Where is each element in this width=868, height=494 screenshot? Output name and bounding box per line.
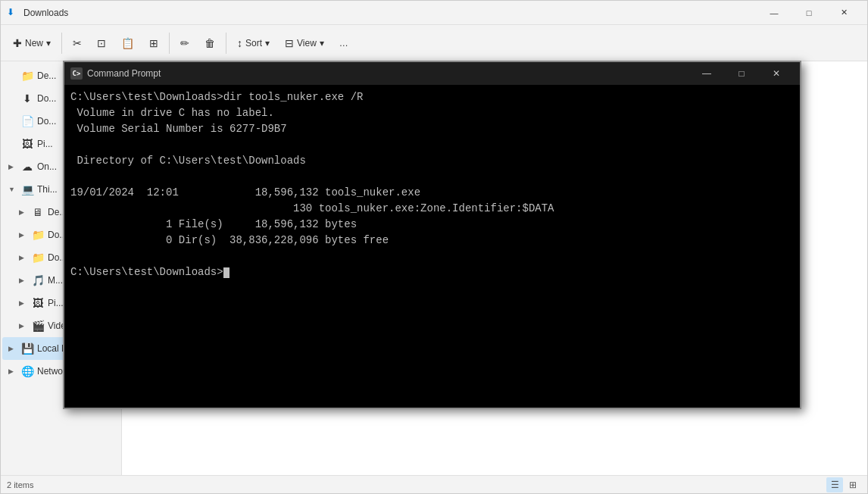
cmd-line-3: Volume Serial Number is 6277-D9B7: [70, 123, 287, 135]
rename-button[interactable]: ✏: [174, 30, 195, 57]
chevron-right-icon: ▶: [19, 322, 28, 330]
view-label: View: [297, 38, 317, 48]
sort-button[interactable]: ↕ Sort ▾: [231, 30, 276, 57]
cmd-line-7: 19/01/2024 12:01 18,596,132 tools_nuker.…: [70, 186, 420, 199]
cmd-line-8: 130 tools_nuker.exe:Zone.Identifier:$DAT…: [70, 202, 554, 214]
close-button[interactable]: ✕: [826, 1, 861, 25]
details-view-button[interactable]: ☰: [826, 477, 843, 492]
cmd-cursor: [223, 267, 229, 278]
item-count: 2 items: [7, 480, 33, 489]
chevron-right-icon: ▶: [19, 208, 28, 216]
maximize-button[interactable]: □: [792, 1, 826, 25]
chevron-right-icon: ▶: [19, 231, 28, 239]
cmd-close-button[interactable]: ✕: [759, 62, 794, 85]
download-icon: ⬇: [20, 92, 34, 105]
cmd-prompt-window: C> Command Prompt — □ ✕ C:\Users\test\Do…: [63, 61, 801, 409]
chevron-right-icon: ▶: [8, 345, 17, 352]
paste-icon: 📋: [121, 37, 134, 49]
title-bar-icon: ⬇: [7, 7, 19, 19]
toolbar-separator-2: [169, 33, 170, 54]
folder-icon: 🖥: [31, 206, 45, 218]
cmd-line-9: 1 File(s) 18,596,132 bytes: [70, 218, 357, 230]
cmd-title-controls: — □ ✕: [689, 62, 794, 85]
pictures-icon: 🖼: [31, 297, 45, 309]
cut-icon: ✂: [73, 37, 82, 49]
sort-icon: ↕: [237, 37, 242, 49]
new-icon: ✚: [13, 37, 22, 49]
toolbar-separator-3: [226, 33, 226, 54]
copy-path-button[interactable]: ⊞: [143, 30, 164, 57]
cmd-icon: C>: [70, 67, 83, 80]
chevron-right-icon: ▶: [8, 163, 17, 170]
view-chevron-icon: ▾: [320, 38, 324, 48]
tiles-view-button[interactable]: ⊞: [845, 477, 861, 492]
more-button[interactable]: …: [333, 30, 354, 57]
chevron-down-icon: ▼: [8, 186, 17, 193]
sort-label: Sort: [245, 38, 262, 48]
title-bar: ⬇ Downloads — □ ✕: [1, 1, 867, 25]
delete-button[interactable]: 🗑: [198, 30, 221, 57]
cmd-maximize-button[interactable]: □: [724, 62, 759, 85]
copy-icon: ⊡: [97, 37, 106, 49]
folder-icon: 📁: [31, 229, 45, 241]
toolbar: ✚ New ▾ ✂ ⊡ 📋 ⊞ ✏ 🗑 ↕ Sort ▾ ⊟: [1, 25, 867, 61]
chevron-right-icon: ▶: [19, 254, 28, 261]
music-icon: 🎵: [31, 274, 45, 286]
localdisk-icon: 💾: [20, 342, 34, 355]
network-icon: 🌐: [20, 365, 34, 377]
sort-chevron-icon: ▾: [265, 38, 270, 48]
cmd-title-bar: C> Command Prompt — □ ✕: [64, 62, 800, 85]
rename-icon: ✏: [180, 37, 189, 49]
cmd-line-2: Volume in drive C has no label.: [70, 107, 274, 119]
chevron-right-icon: ▶: [19, 299, 28, 307]
cmd-minimize-button[interactable]: —: [689, 62, 724, 85]
cloud-icon: ☁: [20, 161, 34, 173]
view-icon: ⊟: [285, 37, 294, 49]
title-bar-controls: — □ ✕: [757, 1, 861, 25]
folder-icon: 📁: [31, 252, 45, 264]
computer-icon: 💻: [20, 183, 34, 195]
view-toggles: ☰ ⊞: [826, 477, 861, 492]
chevron-right-icon: ▶: [19, 277, 28, 284]
new-label: New: [25, 38, 43, 48]
videos-icon: 🎬: [31, 320, 45, 332]
toolbar-separator-1: [61, 33, 62, 54]
cmd-line-5: Directory of C:\Users\test\Downloads: [70, 155, 306, 167]
cmd-body[interactable]: C:\Users\test\Downloads>dir tools_nuker.…: [64, 85, 800, 408]
copy-button[interactable]: ⊡: [91, 30, 112, 57]
folder-icon: 📁: [20, 70, 34, 82]
document-icon: 📄: [20, 115, 34, 127]
cmd-line-10: 0 Dir(s) 38,836,228,096 bytes free: [70, 234, 389, 246]
cmd-line-1: C:\Users\test\Downloads>dir tools_nuker.…: [70, 91, 363, 103]
minimize-button[interactable]: —: [757, 1, 792, 25]
delete-icon: 🗑: [205, 37, 215, 49]
more-icon: …: [339, 38, 348, 48]
new-button[interactable]: ✚ New ▾: [7, 30, 57, 57]
pictures-icon: 🖼: [20, 138, 34, 150]
view-button[interactable]: ⊟ View ▾: [279, 30, 330, 57]
chevron-right-icon: ▶: [8, 367, 17, 375]
cmd-line-12: C:\Users\test\Downloads>: [70, 266, 223, 278]
paste-button[interactable]: 📋: [115, 30, 140, 57]
cut-button[interactable]: ✂: [67, 30, 88, 57]
title-bar-text: Downloads: [23, 8, 757, 18]
copy-path-icon: ⊞: [149, 37, 158, 49]
new-chevron-icon: ▾: [46, 38, 51, 48]
status-bar: 2 items ☰ ⊞: [1, 475, 867, 493]
cmd-title-text: Command Prompt: [87, 68, 685, 79]
